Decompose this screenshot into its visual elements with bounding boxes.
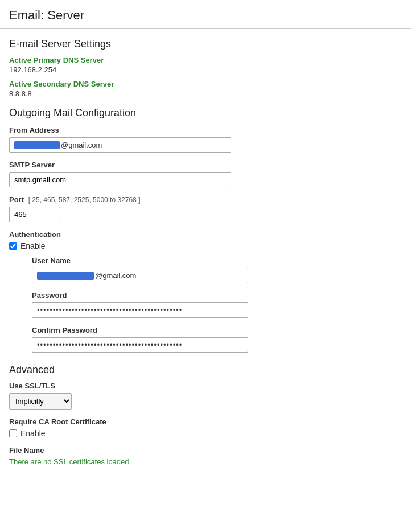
auth-enable-row: Enable xyxy=(9,242,402,251)
password-input[interactable]: ••••••••••••••••••••••••••••••••••••••••… xyxy=(32,302,248,318)
auth-enable-label[interactable]: Enable xyxy=(20,242,46,251)
username-blurred xyxy=(37,272,94,280)
password-label: Password xyxy=(32,291,402,300)
outgoing-mail-section: Outgoing Mail Configuration From Address… xyxy=(9,107,402,353)
secondary-dns-value: 8.8.8.8 xyxy=(9,89,402,98)
confirm-password-group: Confirm Password •••••••••••••••••••••••… xyxy=(32,326,402,353)
smtp-server-label: SMTP Server xyxy=(9,161,402,169)
outgoing-mail-title: Outgoing Mail Configuration xyxy=(9,107,402,119)
advanced-section: Advanced Use SSL/TLS Implicitly Explicit… xyxy=(9,364,402,466)
ssl-select-container: Implicitly Explicitly None xyxy=(9,393,402,410)
port-label: Port [ 25, 465, 587, 2525, 5000 to 32768… xyxy=(9,195,402,204)
from-address-group: From Address @gmail.com xyxy=(9,126,402,153)
authentication-group: Authentication Enable User Name @gmail.c… xyxy=(9,230,402,353)
auth-indent-section: User Name @gmail.com Password ••••••••••… xyxy=(32,256,402,353)
primary-dns-label: Active Primary DNS Server xyxy=(9,56,402,64)
ssl-tls-group: Use SSL/TLS Implicitly Explicitly None xyxy=(9,382,402,410)
authentication-label: Authentication xyxy=(9,230,402,239)
from-address-input-container[interactable]: @gmail.com xyxy=(9,137,231,153)
require-ca-enable-label[interactable]: Enable xyxy=(20,429,46,438)
email-server-settings: E-mail Server Settings Active Primary DN… xyxy=(9,38,402,98)
password-group: Password •••••••••••••••••••••••••••••••… xyxy=(32,291,402,318)
username-suffix: @gmail.com xyxy=(95,271,136,280)
from-address-suffix: @gmail.com xyxy=(61,141,102,149)
advanced-title: Advanced xyxy=(9,364,402,376)
require-ca-checkbox[interactable] xyxy=(9,429,17,437)
from-address-blurred xyxy=(14,141,60,149)
username-label: User Name xyxy=(32,256,402,265)
port-hint: [ 25, 465, 587, 2525, 5000 to 32768 ] xyxy=(28,196,141,204)
primary-dns-value: 192.168.2.254 xyxy=(9,66,402,74)
require-ca-enable-row: Enable xyxy=(9,429,402,438)
smtp-server-input[interactable] xyxy=(9,172,231,187)
file-name-group: File Name There are no SSL certificates … xyxy=(9,446,402,466)
no-ssl-msg: There are no SSL certificates loaded. xyxy=(9,457,402,466)
require-ca-label: Require CA Root Certificate xyxy=(9,418,402,426)
email-settings-title: E-mail Server Settings xyxy=(9,38,402,50)
ssl-tls-label: Use SSL/TLS xyxy=(9,382,402,390)
from-address-label: From Address xyxy=(9,126,402,134)
require-ca-group: Require CA Root Certificate Enable xyxy=(9,418,402,438)
page-title: Email: Server xyxy=(9,8,402,23)
ssl-tls-select[interactable]: Implicitly Explicitly None xyxy=(9,393,72,410)
auth-enable-checkbox[interactable] xyxy=(9,242,17,250)
username-group: User Name @gmail.com xyxy=(32,256,402,283)
confirm-password-input[interactable]: ••••••••••••••••••••••••••••••••••••••••… xyxy=(32,337,248,353)
content-area: E-mail Server Settings Active Primary DN… xyxy=(0,29,411,475)
port-group: Port [ 25, 465, 587, 2525, 5000 to 32768… xyxy=(9,195,402,222)
port-input[interactable] xyxy=(9,207,60,222)
smtp-server-group: SMTP Server xyxy=(9,161,402,187)
username-input-container[interactable]: @gmail.com xyxy=(32,268,248,283)
page-header: Email: Server xyxy=(0,0,411,29)
file-name-label: File Name xyxy=(9,446,402,455)
confirm-password-label: Confirm Password xyxy=(32,326,402,334)
secondary-dns-label: Active Secondary DNS Server xyxy=(9,80,402,88)
